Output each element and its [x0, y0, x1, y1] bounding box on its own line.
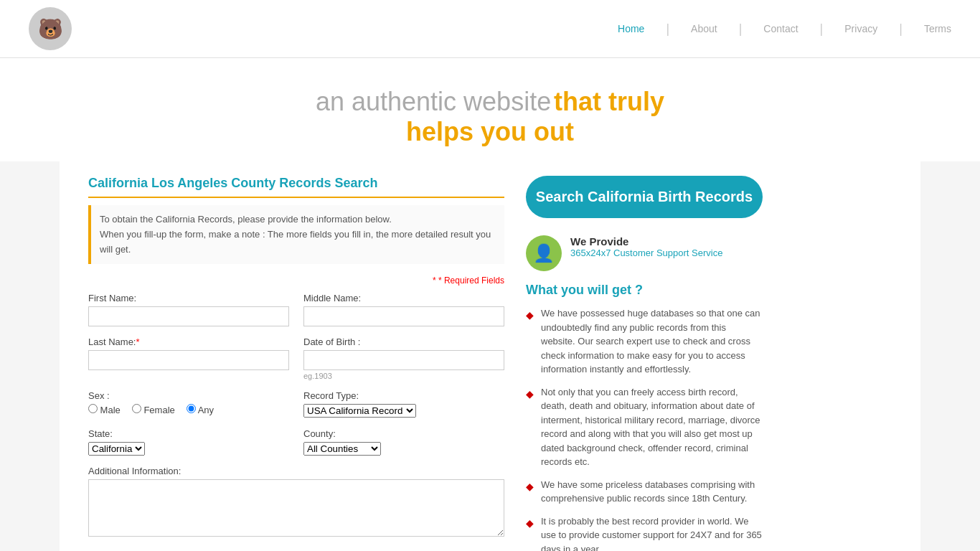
addl-info-label: Additional Information:	[88, 466, 504, 476]
required-note: * * Required Fields	[88, 276, 504, 286]
bullet-item-3: ◆ We have some priceless databases compr…	[526, 478, 763, 506]
bullet-text-2: Not only that you can freely access birt…	[541, 385, 763, 469]
record-type-select[interactable]: USA California Record All Records	[303, 404, 416, 418]
sex-male-label: Male	[88, 404, 121, 415]
diamond-icon-3: ◆	[526, 479, 534, 506]
bullet-item-4: ◆ It is probably the best record provide…	[526, 514, 763, 552]
dob-group: Date of Birth : eg.1903	[303, 336, 504, 380]
form-section: California Los Angeles County Records Se…	[88, 176, 504, 551]
county-group: County: All Counties Los Angeles San Fra…	[303, 428, 504, 456]
hero-yellow-text-2: helps you out	[406, 117, 574, 146]
bullet-text-4: It is probably the best record provider …	[541, 514, 763, 552]
sex-group: Sex : Male Female Any	[88, 390, 289, 418]
what-you-get-heading: What you will get ?	[526, 283, 763, 298]
nav-sep-2: |	[739, 22, 743, 37]
lastname-dob-row: Last Name:* Date of Birth : eg.1903	[88, 336, 504, 380]
state-select[interactable]: California All States	[88, 442, 145, 456]
nav-sep-1: |	[666, 22, 669, 37]
form-note-line2: When you fill-up the form, make a note :…	[100, 229, 491, 255]
hero-section: an authentic website that truly helps yo…	[0, 58, 980, 161]
sex-any-label: Any	[187, 404, 214, 415]
form-note-line1: To obtain the California Records, please…	[100, 214, 392, 225]
sex-recordtype-row: Sex : Male Female Any Record Type: USA C…	[88, 390, 504, 418]
first-name-input[interactable]	[88, 306, 289, 326]
logo-icon: 🐻	[29, 7, 72, 50]
logo: 🐻	[29, 7, 72, 50]
last-name-input[interactable]	[88, 350, 289, 370]
first-name-group: First Name:	[88, 293, 289, 326]
sex-any-radio[interactable]	[187, 404, 196, 413]
middle-name-label: Middle Name:	[303, 293, 504, 303]
dob-input[interactable]	[303, 350, 504, 370]
we-provide-title: We Provide	[570, 235, 722, 248]
we-provide-text: We Provide 365x24x7 Customer Support Ser…	[570, 235, 722, 258]
req-star: *	[433, 276, 438, 286]
what-you-get-section: What you will get ? ◆ We have possessed …	[526, 283, 763, 551]
sex-male-radio[interactable]	[88, 404, 98, 413]
last-name-label: Last Name:*	[88, 336, 289, 347]
bullet-text-3: We have some priceless databases compris…	[541, 478, 763, 506]
search-birth-records-button[interactable]: Search California Birth Records	[526, 176, 763, 218]
form-title: California Los Angeles County Records Se…	[88, 176, 504, 198]
middle-name-input[interactable]	[303, 306, 504, 326]
main-content: California Los Angeles County Records Se…	[60, 161, 920, 551]
hero-line2: helps you out	[14, 117, 966, 147]
nav-sep-3: |	[820, 22, 824, 37]
record-type-group: Record Type: USA California Record All R…	[303, 390, 504, 418]
hero-gray-text: an authentic website	[316, 87, 551, 116]
diamond-icon-2: ◆	[526, 387, 534, 469]
hero-yellow-text-1: that truly	[554, 87, 664, 116]
name-row: First Name: Middle Name:	[88, 293, 504, 326]
bullet-item-2: ◆ Not only that you can freely access bi…	[526, 385, 763, 469]
last-name-group: Last Name:*	[88, 336, 289, 380]
sex-options: Male Female Any	[88, 404, 214, 418]
nav-item-2: About	[691, 23, 717, 34]
county-select[interactable]: All Counties Los Angeles San Francisco	[303, 442, 381, 456]
nav-item-3: Contact	[763, 23, 798, 34]
nav-item-5: Terms	[924, 23, 951, 34]
state-county-row: State: California All States County: All…	[88, 428, 504, 456]
state-label: State:	[88, 428, 289, 439]
addl-info-group: Additional Information:	[88, 466, 504, 539]
nav-item-4: Privacy	[844, 23, 877, 34]
bullet-text-1: We have possessed huge databases so that…	[541, 306, 763, 377]
bullet-item-1: ◆ We have possessed huge databases so th…	[526, 306, 763, 377]
sex-label: Sex :	[88, 390, 289, 401]
top-navigation: 🐻 Home | About | Contact | Privacy | Ter…	[0, 0, 980, 58]
first-name-label: First Name:	[88, 293, 289, 303]
support-avatar: 👤	[526, 235, 562, 271]
county-label: County:	[303, 428, 504, 439]
nav-sep-4: |	[899, 22, 903, 37]
addl-info-textarea[interactable]	[88, 479, 504, 537]
middle-name-group: Middle Name:	[303, 293, 504, 326]
dob-hint: eg.1903	[303, 372, 504, 380]
record-type-label: Record Type:	[303, 390, 504, 401]
we-provide-section: 👤 We Provide 365x24x7 Customer Support S…	[526, 235, 763, 271]
right-column: Search California Birth Records 👤 We Pro…	[504, 176, 763, 551]
nav-links: Home | About | Contact | Privacy | Terms	[618, 22, 951, 37]
diamond-icon-1: ◆	[526, 308, 534, 377]
we-provide-subtitle: 365x24x7 Customer Support Service	[570, 248, 722, 258]
dob-label: Date of Birth :	[303, 336, 504, 347]
diamond-icon-4: ◆	[526, 516, 534, 552]
form-note: To obtain the California Records, please…	[88, 205, 504, 264]
sex-female-radio[interactable]	[132, 404, 141, 413]
hero-line1: an authentic website that truly	[14, 87, 966, 117]
sex-female-label: Female	[132, 404, 175, 415]
state-group: State: California All States	[88, 428, 289, 456]
nav-home[interactable]: Home	[618, 23, 644, 34]
